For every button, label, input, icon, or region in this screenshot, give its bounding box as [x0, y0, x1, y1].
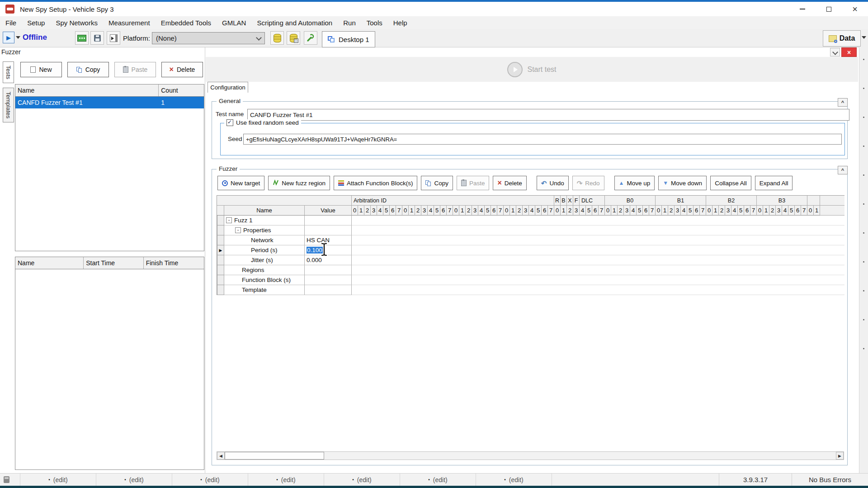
row-selector-cell[interactable] — [217, 285, 224, 295]
tab-configuration[interactable]: Configuration — [208, 82, 248, 93]
logon-button[interactable] — [107, 31, 120, 45]
copy-button[interactable]: Copy — [67, 62, 109, 77]
row-value-cell[interactable] — [305, 275, 352, 285]
menu-tools[interactable]: Tools — [361, 19, 388, 27]
row-selector-cell[interactable] — [217, 235, 224, 245]
scroll-right-button[interactable]: ▶ — [836, 452, 844, 460]
panel-close-button[interactable]: × — [841, 47, 857, 57]
tests-col-name[interactable]: Name — [15, 84, 159, 96]
start-test-button[interactable] — [507, 62, 523, 77]
row-name-cell[interactable]: Network — [224, 235, 305, 245]
row-name-cell[interactable]: Period (s) — [224, 245, 305, 255]
move-down-button[interactable]: ▼Move down — [658, 176, 707, 190]
status-edit-cell-3[interactable]: •(edit) — [172, 474, 248, 486]
close-button[interactable]: × — [842, 2, 868, 16]
menu-help[interactable]: Help — [388, 19, 413, 27]
row-selector-cell[interactable] — [217, 275, 224, 285]
row-value-cell[interactable] — [305, 265, 352, 275]
row-value-cell[interactable] — [305, 225, 352, 235]
status-edit-cell-2[interactable]: •(edit) — [96, 474, 172, 486]
row-selector-cell[interactable] — [217, 255, 224, 265]
status-edit-cell-1[interactable]: •(edit) — [20, 474, 96, 486]
row-name-cell[interactable]: Regions — [224, 265, 305, 275]
data-button[interactable]: Data — [823, 30, 861, 47]
run-dropdown-button[interactable] — [16, 36, 20, 39]
menu-gmlan[interactable]: GMLAN — [217, 19, 251, 27]
delete-button[interactable]: ×Delete — [161, 62, 203, 77]
collapse-general-button[interactable]: ^ — [838, 98, 848, 107]
side-tab-tests[interactable]: Tests — [3, 61, 14, 83]
tests-col-count[interactable]: Count — [159, 84, 204, 96]
tab-desktop-1[interactable]: Desktop 1 — [322, 31, 375, 47]
scroll-left-button[interactable]: ◀ — [217, 452, 225, 460]
grid-row[interactable]: Jitter (s)0.000 — [217, 255, 844, 265]
new-button[interactable]: New — [20, 62, 62, 77]
row-name-cell[interactable]: -Properties — [224, 225, 305, 235]
test-name-input[interactable]: CANFD Fuzzer Test #1 — [247, 109, 849, 121]
row-value-cell[interactable] — [305, 216, 352, 225]
attach-function-block-s-button[interactable]: Attach Function Block(s) — [334, 176, 417, 190]
grid-row[interactable]: NetworkHS CAN — [217, 235, 844, 245]
tools-button[interactable] — [304, 31, 317, 45]
menu-setup[interactable]: Setup — [22, 19, 50, 27]
row-selector-cell[interactable] — [217, 225, 224, 235]
tree-collapse-icon[interactable]: - — [235, 227, 241, 233]
hardware-button[interactable] — [75, 31, 89, 45]
status-edit-cell-5[interactable]: •(edit) — [324, 474, 400, 486]
row-name-cell[interactable]: -Fuzz 1 — [224, 216, 305, 225]
runs-table[interactable]: NameStart TimeFinish Time — [15, 257, 204, 470]
status-edit-cell-6[interactable]: •(edit) — [400, 474, 476, 486]
name-header-cell[interactable]: Name — [224, 206, 305, 216]
grid-row[interactable]: Template — [217, 285, 844, 295]
menu-file[interactable]: File — [0, 19, 22, 27]
runs-col-start-time[interactable]: Start Time — [84, 257, 143, 269]
collapse-all-button[interactable]: Collapse All — [710, 176, 751, 190]
move-up-button[interactable]: ▲Move up — [614, 176, 655, 190]
runs-col-name[interactable]: Name — [15, 257, 84, 269]
row-value-cell[interactable] — [305, 285, 352, 295]
menu-spy-networks[interactable]: Spy Networks — [50, 19, 103, 27]
copy-button[interactable]: Copy — [421, 176, 453, 190]
row-name-cell[interactable]: Function Block (s) — [224, 275, 305, 285]
new-fuzz-region-button[interactable]: New fuzz region — [268, 176, 330, 190]
side-tab-templates[interactable]: Templates — [3, 88, 14, 122]
undo-button[interactable]: ↶Undo — [537, 176, 569, 190]
status-edit-cell-4[interactable]: •(edit) — [248, 474, 324, 486]
menu-measurement[interactable]: Measurement — [103, 19, 156, 27]
menu-embedded-tools[interactable]: Embedded Tools — [156, 19, 217, 27]
menu-scripting-and-automation[interactable]: Scripting and Automation — [251, 19, 338, 27]
run-button[interactable]: ▶ — [3, 32, 14, 43]
status-edit-cell-7[interactable]: •(edit) — [476, 474, 552, 486]
grid-row[interactable]: Regions — [217, 265, 844, 275]
grid-row[interactable]: -Fuzz 1 — [217, 216, 844, 225]
runs-col-finish-time[interactable]: Finish Time — [144, 257, 204, 269]
panel-minimize-button[interactable] — [830, 48, 840, 56]
platform-select[interactable]: (None) — [152, 32, 265, 44]
seed-input[interactable]: +gEfisHuNagCLcyeXArH8spUWa91TJ+VAqeHr7kG… — [243, 134, 842, 145]
grid-row[interactable]: Function Block (s) — [217, 275, 844, 285]
scrollbar-thumb[interactable] — [225, 452, 324, 460]
row-selector-cell[interactable] — [217, 216, 224, 225]
collapse-fuzzer-button[interactable]: ^ — [838, 166, 848, 174]
database-button[interactable] — [270, 31, 284, 45]
save-button[interactable] — [90, 31, 104, 45]
maximize-button[interactable] — [816, 2, 842, 16]
grid-horizontal-scrollbar[interactable]: ◀ ▶ — [217, 451, 844, 460]
table-row[interactable]: CANFD Fuzzer Test #11 — [15, 97, 204, 108]
grid-row[interactable]: -Properties — [217, 225, 844, 235]
fixed-seed-checkbox[interactable] — [226, 119, 233, 126]
menu-run[interactable]: Run — [338, 19, 361, 27]
row-name-cell[interactable]: Jitter (s) — [224, 255, 305, 265]
delete-button[interactable]: ×Delete — [493, 176, 526, 190]
new-target-button[interactable]: New target — [217, 176, 264, 190]
row-selector-cell[interactable] — [217, 265, 224, 275]
row-name-cell[interactable]: Template — [224, 285, 305, 295]
row-selector-cell[interactable]: ▶ — [217, 245, 224, 255]
expand-all-button[interactable]: Expand All — [755, 176, 793, 190]
minimize-button[interactable] — [789, 2, 816, 16]
database-save-button[interactable] — [287, 31, 300, 45]
tests-table[interactable]: NameCount CANFD Fuzzer Test #11 — [15, 84, 204, 251]
grid-row[interactable]: ▶Period (s)0.100 — [217, 245, 844, 255]
data-dropdown-button[interactable] — [862, 36, 866, 39]
value-header-cell[interactable]: Value — [305, 206, 352, 216]
